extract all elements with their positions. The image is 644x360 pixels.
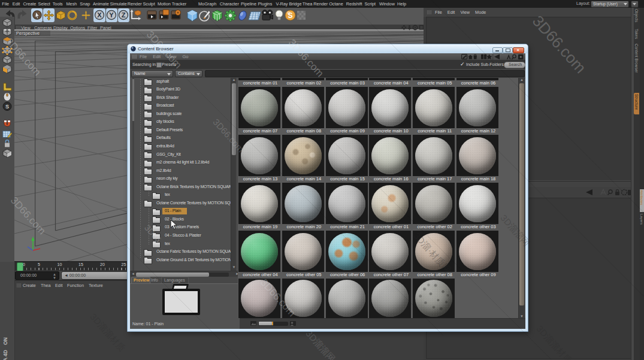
svg-text:S: S: [288, 11, 292, 20]
svg-text:Y: Y: [109, 11, 114, 19]
svg-text:Z: Z: [122, 11, 126, 19]
svg-text:X: X: [97, 11, 102, 19]
svg-text:S: S: [5, 104, 9, 110]
